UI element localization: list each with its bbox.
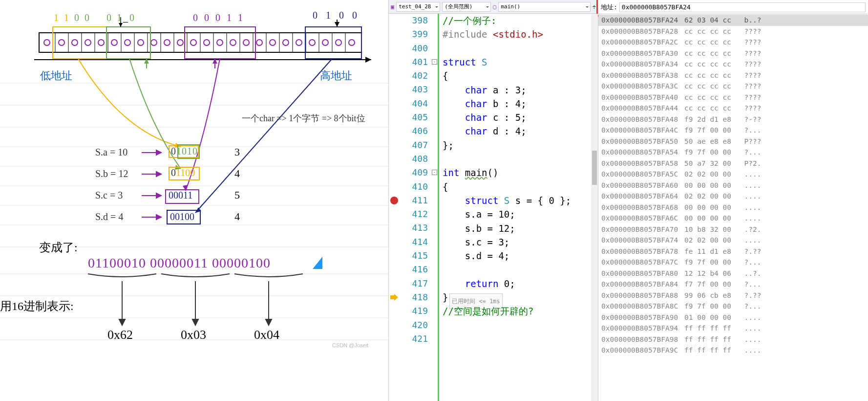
svg-point-42 [111,40,117,45]
memory-row[interactable]: 0x000000B8057BFA28cc cc cc cc ???? [598,26,868,37]
bits-group-ab2: 0 1_0 [106,12,136,23]
memory-rows[interactable]: 0x000000B8057BFA2462 03 04 cc b..?0x0000… [598,15,868,401]
memory-row[interactable]: 0x000000B8057BFA94ff ff ff ff .... [598,323,868,334]
memory-row[interactable]: 0x000000B8057BFA7010 b8 32 00 .?2. [598,224,868,235]
hex-0: 0x62 [107,328,133,342]
address-input[interactable] [619,2,866,12]
svg-point-46 [164,40,170,45]
memory-row[interactable]: 0x000000B8057BFA7402 02 00 00 .... [598,235,868,246]
hex-note: 用16进制表示: [0,298,74,314]
low-addr-label: 低地址 [40,68,72,83]
svg-marker-91 [156,215,161,220]
row-d-n: 4 [234,210,240,223]
svg-point-52 [243,40,249,45]
cube-icon: ▢ [493,3,496,10]
svg-point-59 [336,40,341,45]
memory-row[interactable]: 0x000000B8057BFA8Cf9 7f 00 00 ?... [598,301,868,312]
svg-point-58 [322,40,328,45]
svg-point-50 [217,40,223,45]
svg-point-41 [98,40,104,45]
bits-group-ab: 1 1 0 0 [54,12,91,23]
file-dropdown[interactable]: test_04_28 [396,2,440,12]
memory-row[interactable]: 0x000000B8057BFA6C00 00 00 00 .... [598,213,868,224]
row-d-label: S.d = 4 [95,211,123,223]
address-highlight-box: 地址: [596,0,868,17]
row-a-n: 3 [234,146,240,158]
svg-marker-93 [119,319,125,325]
row-b-label: S.b = 12 [95,168,128,179]
memory-row[interactable]: 0x000000B8057BFA7Cf9 7f 00 00 ?... [598,257,868,268]
svg-point-55 [283,40,289,45]
memory-row[interactable]: 0x000000B8057BFA2462 03 04 cc b..? [598,15,868,26]
current-line-arrow-icon [390,294,398,301]
svg-point-38 [59,40,64,45]
memory-row[interactable]: 0x000000B8057BFA6402 02 00 00 .... [598,191,868,202]
svg-marker-95 [192,319,198,325]
svg-point-40 [85,40,91,45]
memory-row[interactable]: 0x000000B8057BFA2Ccc cc cc cc ???? [598,37,868,48]
svg-rect-13 [39,33,361,52]
row-a-val: 01010 [171,146,198,157]
svg-point-45 [151,40,157,45]
breakpoint-gutter[interactable] [389,14,402,401]
svg-marker-99 [390,294,398,301]
row-a-label: S.a = 10 [95,147,127,158]
memory-row[interactable]: 0x000000B8057BFA40cc cc cc cc ???? [598,92,868,103]
memory-row[interactable]: 0x000000B8057BFA8899 06 cb e8 ?.?? [598,290,868,301]
memory-row[interactable]: 0x000000B8057BFA54f9 7f 00 00 ?... [598,147,868,158]
memory-row[interactable]: 0x000000B8057BFA6000 00 00 00 .... [598,180,868,191]
line-number-gutter: 3983994004014024034044054064074084094104… [402,14,432,401]
split-icon[interactable]: ÷ [593,3,596,10]
memory-row[interactable]: 0x000000B8057BFA5850 a7 32 00 P?2. [598,158,868,169]
memory-row[interactable]: 0x000000B8057BFA84f7 7f 00 00 ?... [598,279,868,290]
svg-marker-87 [156,172,161,177]
row-d-val: 00100 [170,211,194,223]
hex-1: 0x03 [181,328,206,342]
svg-marker-85 [156,150,161,155]
svg-marker-76 [335,22,339,27]
svg-point-53 [256,40,262,45]
memory-row[interactable]: 0x000000B8057BFA6800 00 00 00 .... [598,202,868,213]
svg-rect-64 [305,27,361,59]
high-addr-label: 高地址 [320,68,352,83]
bits-group-d: 0 1 0 0 [313,10,360,21]
memory-row[interactable]: 0x000000B8057BFA5050 ae e8 e8 P??? [598,136,868,147]
code-area[interactable]: 3983994004014024034044054064074084094104… [389,14,598,401]
memory-row[interactable]: 0x000000B8057BFA3Ccc cc cc cc ???? [598,81,868,92]
char-note: 一个char => 1个字节 => 8个bit位 [242,112,365,124]
changed-label: 变成了: [39,240,78,255]
memory-row[interactable]: 0x000000B8057BFA34cc cc cc cc ???? [598,59,868,70]
memory-row[interactable]: 0x000000B8057BFA8012 12 b4 06 ..?. [598,268,868,279]
row-c-label: S.c = 3 [95,190,123,201]
memory-row[interactable]: 0x000000B8057BFA9Cff ff ff ff .... [598,345,868,356]
editor-toolbar: ▣ test_04_28 (全局范围) ▢ main() ÷ [389,0,598,14]
svg-marker-73 [212,59,217,64]
code-text[interactable]: 已用时间 <= 1ms //一个例子:#include <stdio.h> st… [439,14,598,401]
memory-row[interactable]: 0x000000B8057BFA4Cf9 7f 00 00 ?... [598,125,868,136]
hex-2: 0x04 [254,328,279,342]
memory-panel: 地址: 0x000000B8057BFA2462 03 04 cc b..?0x… [598,0,868,401]
svg-point-56 [296,40,302,45]
svg-point-49 [204,40,210,45]
memory-row[interactable]: 0x000000B8057BFA30cc cc cc cc ???? [598,48,868,59]
svg-point-43 [125,40,130,45]
watermark: CSDN @Joseit [332,342,368,348]
breakpoint-icon[interactable] [390,197,398,204]
scope-dropdown[interactable]: (全局范围) [442,2,491,12]
memory-row[interactable]: 0x000000B8057BFA38cc cc cc cc ???? [598,70,868,81]
memory-row[interactable]: 0x000000B8057BFA9001 00 00 00 .... [598,312,868,323]
memory-row[interactable]: 0x000000B8057BFA48f9 2d d1 e8 ?-?? [598,114,868,125]
vertical-scrollbar[interactable] [591,14,598,401]
function-dropdown[interactable]: main() [498,2,590,12]
tab-icon: ▣ [391,3,394,10]
svg-marker-74 [195,207,201,213]
svg-marker-97 [266,319,272,325]
memory-row[interactable]: 0x000000B8057BFA5C02 02 00 00 .... [598,169,868,180]
svg-rect-62 [106,27,150,59]
svg-point-44 [138,40,144,45]
memory-row[interactable]: 0x000000B8057BFA78fe 11 d1 e8 ?.?? [598,246,868,257]
memory-row[interactable]: 0x000000B8057BFA44cc cc cc cc ???? [598,103,868,114]
svg-point-48 [191,40,196,45]
diagram-panel: 1 1 0 0 0 1_0 0 0 0 1 1 0 1 0 0 低地址 高地址 … [0,0,388,401]
memory-row[interactable]: 0x000000B8057BFA98ff ff ff ff .... [598,334,868,345]
